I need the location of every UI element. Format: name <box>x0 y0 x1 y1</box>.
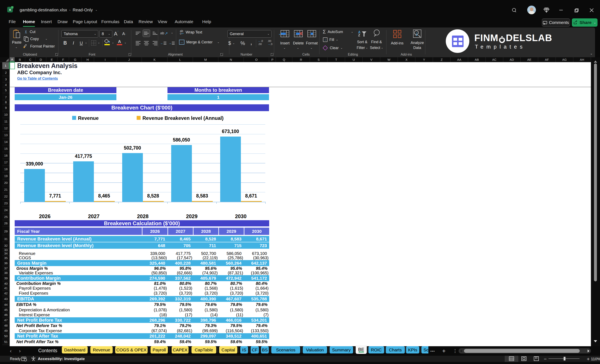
row-header-48[interactable]: 48 <box>2 323 9 328</box>
align-left-button[interactable] <box>134 39 142 47</box>
page-break-view-icon[interactable] <box>534 356 539 361</box>
row-header-11[interactable]: 11 <box>2 118 9 125</box>
row-header-3[interactable]: 3 <box>2 76 9 82</box>
cut-button[interactable]: ✂Cut <box>24 29 36 35</box>
row-header-21[interactable]: 21 <box>2 186 9 193</box>
menu-tab-home[interactable]: Home <box>23 18 35 25</box>
grow-font-button[interactable]: Aˆ <box>114 30 121 37</box>
row-header-8[interactable]: 8 <box>2 100 9 104</box>
column-header-AF[interactable]: AF <box>538 57 556 62</box>
column-headers[interactable]: ABCDEFGHIJKLMNOPQRSTUVWXYZAAABACADAEAFAG… <box>0 57 591 62</box>
fill-button[interactable]: Fill⌄ <box>323 37 338 42</box>
row-headers[interactable]: 1234578910111213141516171819202122232425… <box>2 62 10 346</box>
dialog-launcher-icon[interactable] <box>220 53 223 56</box>
column-header-AD[interactable]: AD <box>503 57 521 62</box>
row-header-32[interactable]: 32 <box>2 242 9 249</box>
menu-tab-file[interactable]: File <box>9 18 16 25</box>
sheet-tab-payroll[interactable]: Payroll <box>150 346 168 354</box>
sheet-tab-kpis[interactable]: KPIs <box>406 346 419 354</box>
row-header-37[interactable]: 37 <box>2 266 9 271</box>
sheet-tab-summary[interactable]: Summary <box>329 346 353 354</box>
row-header-26[interactable]: 26 <box>2 220 9 227</box>
search-icon[interactable] <box>511 7 517 13</box>
column-header-AH[interactable]: AH <box>573 57 591 62</box>
selected-cell-a1[interactable] <box>10 62 15 69</box>
row-header-14[interactable]: 14 <box>2 138 9 145</box>
column-header-L[interactable]: L <box>168 57 193 62</box>
more-tabs-button[interactable]: ••• <box>431 349 435 353</box>
column-header-AC[interactable]: AC <box>486 57 503 62</box>
row-header-25[interactable]: 25 <box>2 213 9 220</box>
row-header-39[interactable]: 39 <box>2 275 9 281</box>
row-header-22[interactable]: 22 <box>2 193 9 200</box>
clear-button[interactable]: Clear⌄ <box>323 45 343 51</box>
row-header-43[interactable]: 43 <box>2 296 9 302</box>
row-header-16[interactable]: 16 <box>2 152 9 159</box>
column-header-I[interactable]: I <box>94 57 116 62</box>
sheet-tab-scenarios[interactable]: Scenarios <box>271 346 300 354</box>
row-header-23[interactable]: 23 <box>2 200 9 207</box>
row-header-41[interactable]: 41 <box>2 286 9 291</box>
column-header-Y[interactable]: Y <box>415 57 433 62</box>
sheet-tab-charts[interactable]: Charts <box>386 346 405 354</box>
column-header-K[interactable]: K <box>142 57 168 62</box>
title-chevron-icon[interactable]: ⌄ <box>95 9 97 11</box>
row-header-18[interactable]: 18 <box>2 166 9 173</box>
fill-color-button[interactable] <box>104 39 110 46</box>
macro-record-icon[interactable] <box>21 357 26 361</box>
scroll-left-icon[interactable] <box>460 350 462 352</box>
row-header-20[interactable]: 20 <box>2 179 9 186</box>
paste-button[interactable]: Paste⌄ <box>10 29 22 53</box>
number-format-combo[interactable]: General⌄ <box>227 30 272 38</box>
sheet-tab-revenue[interactable]: Revenue <box>90 346 113 354</box>
tab-nav-back[interactable]: ‹ <box>6 347 15 355</box>
menu-tab-formulas[interactable]: Formulas <box>101 18 120 25</box>
column-header-AB[interactable]: AB <box>468 57 486 62</box>
avatar[interactable] <box>527 6 536 14</box>
column-header-X[interactable]: X <box>398 57 415 62</box>
sheet-tab-bs[interactable]: BS <box>261 346 269 354</box>
row-header-13[interactable]: 13 <box>2 132 9 138</box>
dialog-launcher-icon[interactable] <box>128 53 131 56</box>
column-header-R[interactable]: R <box>292 57 310 62</box>
sheet-tab-sc[interactable]: Sc <box>421 346 428 354</box>
row-header-9[interactable]: 9 <box>2 104 9 111</box>
analyze-data-button[interactable]: AnalyzeData <box>408 29 426 53</box>
row-header-51[interactable]: 51 <box>2 339 9 345</box>
align-middle-button[interactable] <box>143 29 150 37</box>
column-header-H[interactable]: H <box>82 57 94 62</box>
scroll-down-icon[interactable] <box>594 340 597 344</box>
find-select-button[interactable]: Find &Select ⌄ <box>370 29 383 53</box>
comments-button[interactable]: Comments <box>542 18 570 27</box>
column-header-W[interactable]: W <box>380 57 398 62</box>
column-header-D[interactable]: D <box>36 57 46 62</box>
column-header-F[interactable]: F <box>57 57 69 62</box>
column-header-U[interactable]: U <box>345 57 363 62</box>
dialog-launcher-icon[interactable] <box>55 53 58 56</box>
column-header-P[interactable]: P <box>269 57 276 62</box>
format-cells-button[interactable]: Format⌄ <box>306 29 318 52</box>
sheet-tab-capex[interactable]: CAPEX <box>172 346 188 354</box>
bold-button[interactable]: B <box>62 39 68 46</box>
tab-nav-forward[interactable]: › <box>15 347 24 355</box>
increase-indent-button[interactable]: → <box>169 40 176 46</box>
column-header-M[interactable]: M <box>193 57 218 62</box>
row-header-5[interactable]: 5 <box>2 87 9 93</box>
column-header-Q[interactable]: Q <box>276 57 292 62</box>
column-header-A[interactable]: A <box>10 57 15 62</box>
wrap-text-button[interactable]: abc↩Wrap Text <box>180 29 202 35</box>
row-header-15[interactable]: 15 <box>2 145 9 152</box>
page-layout-view-icon[interactable] <box>521 356 526 361</box>
column-header-C[interactable]: C <box>25 57 36 62</box>
restore-button[interactable] <box>573 7 579 13</box>
normal-view-icon[interactable] <box>509 356 514 361</box>
zoom-in-button[interactable]: + <box>587 356 590 362</box>
font-color-button[interactable]: A <box>117 39 122 46</box>
row-header-46[interactable]: 46 <box>2 312 9 317</box>
zoom-out-button[interactable]: − <box>544 356 547 362</box>
table-of-contents-link[interactable]: Go to Table of Contents <box>17 76 121 82</box>
align-center-button[interactable] <box>143 39 150 47</box>
sheet-tab-cf[interactable]: CF <box>251 346 259 354</box>
row-header-35[interactable]: 35 <box>2 256 9 260</box>
horizontal-scroll-thumb[interactable] <box>464 349 580 353</box>
